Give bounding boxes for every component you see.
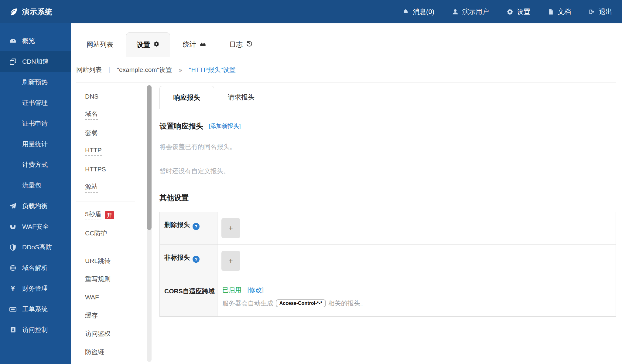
tab-site-list[interactable]: 网站列表	[76, 32, 124, 57]
row-label-cell: 非标报头?	[160, 245, 217, 277]
breadcrumb-separator: |	[108, 66, 110, 73]
sidebar-item-dns-resolve[interactable]: 域名解析	[0, 258, 71, 278]
headers-panel: 响应报头 请求报头 设置响应报头 [添加新报头] 将会覆盖已有的同名报头。 暂时…	[152, 83, 616, 364]
sidebar-item-refresh-prewarm[interactable]: 刷新预热	[0, 72, 71, 93]
tab-logs[interactable]: 日志	[219, 32, 263, 57]
tab-statistics[interactable]: 统计	[173, 32, 217, 57]
subnav-scrollbar-track[interactable]	[147, 85, 152, 362]
settings-subnav: DNS 域名 套餐 HTTP HTTPS 源站 5秒盾 开 CC防护 URL跳转…	[76, 83, 152, 364]
subnav-scrollbar-thumb[interactable]	[147, 85, 152, 230]
breadcrumb-site-list[interactable]: 网站列表	[76, 66, 102, 74]
subnav-divider	[76, 201, 135, 201]
other-settings-title: 其他设置	[159, 193, 616, 203]
leaf-icon	[9, 8, 18, 16]
empty-note: 暂时还没有自定义报头。	[159, 167, 616, 175]
docs-menu-item[interactable]: 文档	[548, 7, 571, 16]
sidebar-item-usage-stats[interactable]: 用量统计	[0, 134, 71, 154]
shield-on-badge: 开	[105, 211, 114, 219]
topbar-menu: 消息(0) 演示用户 设置 文档 退出	[402, 7, 622, 16]
content-row: DNS 域名 套餐 HTTP HTTPS 源站 5秒盾 开 CC防护 URL跳转…	[71, 83, 622, 364]
bell-icon	[402, 8, 409, 15]
tachometer-icon	[9, 37, 17, 45]
breadcrumb-http-headers[interactable]: "HTTP报头"设置	[189, 66, 236, 74]
section-title: 设置响应报头	[159, 121, 203, 131]
breadcrumb-separator: »	[179, 66, 182, 73]
row-value-cell: +	[217, 212, 616, 245]
subnav-item-cc-protect[interactable]: CC防护	[76, 224, 152, 242]
yen-icon: ¥	[9, 284, 17, 293]
sign-out-icon	[589, 8, 595, 15]
cors-description: 服务器会自动生成 Access-Control-*-* 相关的报头。	[222, 299, 616, 308]
table-row-cors: CORS自适应跨域 已启用 [修改] 服务器会自动生成 Access-Contr…	[160, 277, 616, 317]
clone-icon	[9, 58, 17, 66]
tab-settings[interactable]: 设置	[126, 32, 170, 57]
table-row-remove-headers: 删除报头? +	[160, 212, 616, 245]
shield-icon	[9, 244, 17, 251]
subnav-item-cache[interactable]: 缓存	[76, 306, 152, 325]
main-area: 网站列表 设置 统计 日志 网站列表 | "example.com"设置 » "…	[71, 23, 622, 364]
messages-label: 消息(0)	[413, 7, 434, 16]
brand-title: 演示系统	[22, 7, 53, 17]
globe-icon	[9, 265, 17, 271]
logout-menu-item[interactable]: 退出	[589, 7, 612, 16]
history-icon	[246, 40, 253, 49]
sidebar-item-ddos[interactable]: DDoS高防	[0, 237, 71, 258]
cors-edit-link[interactable]: [修改]	[248, 286, 264, 293]
sidebar-item-load-balance[interactable]: 负载均衡	[0, 196, 71, 216]
subnav-item-domain[interactable]: 域名	[76, 106, 152, 124]
add-remove-header-button[interactable]: +	[221, 218, 240, 238]
sidebar-item-cdn[interactable]: CDN加速	[0, 51, 71, 72]
gear-icon	[153, 41, 159, 49]
add-nonstandard-header-button[interactable]: +	[221, 251, 240, 271]
subnav-item-origin[interactable]: 源站	[76, 178, 152, 197]
sidebar-item-overview[interactable]: 概览	[0, 31, 71, 51]
overwrite-note: 将会覆盖已有的同名报头。	[159, 143, 616, 151]
tab-request-headers[interactable]: 请求报头	[214, 86, 268, 109]
sidebar-item-billing-mode[interactable]: 计费方式	[0, 154, 71, 175]
sidebar: 概览 CDN加速 刷新预热 证书管理 证书申请 用量统计 计费方式 流量包 负载…	[0, 23, 71, 364]
help-question-icon[interactable]: ?	[193, 256, 200, 263]
response-headers-section-head: 设置响应报头 [添加新报头]	[159, 121, 616, 131]
subnav-item-plan[interactable]: 套餐	[76, 124, 152, 142]
row-value-cell: +	[217, 245, 616, 277]
sidebar-item-cert-apply[interactable]: 证书申请	[0, 113, 71, 134]
user-icon	[452, 8, 459, 15]
sidebar-item-label: CDN加速	[22, 57, 49, 66]
subnav-item-hotlink[interactable]: 防盗链	[76, 343, 152, 361]
ticket-icon	[9, 305, 17, 313]
subnav-item-url-redirect[interactable]: URL跳转	[76, 252, 152, 270]
headers-tabbar: 响应报头 请求报头	[159, 86, 616, 109]
subnav-item-https[interactable]: HTTPS	[76, 160, 152, 178]
sidebar-item-access-control[interactable]: 访问控制	[0, 319, 71, 340]
table-row-nonstandard-headers: 非标报头? +	[160, 245, 616, 277]
app-brand[interactable]: 演示系统	[0, 7, 53, 17]
messages-menu-item[interactable]: 消息(0)	[402, 7, 434, 16]
sidebar-item-tickets[interactable]: 工单系统	[0, 299, 71, 319]
sidebar-item-waf-security[interactable]: WAF安全	[0, 216, 71, 237]
row-label-cell: 删除报头?	[160, 212, 217, 245]
subnav-item-dns[interactable]: DNS	[76, 87, 152, 106]
breadcrumb: 网站列表 | "example.com"设置 » "HTTP报头"设置	[76, 57, 616, 83]
subnav-item-access-auth[interactable]: 访问鉴权	[76, 325, 152, 343]
topbar: 演示系统 消息(0) 演示用户 设置 文档	[0, 0, 622, 23]
sidebar-item-label: 概览	[22, 37, 35, 45]
subnav-item-rewrite-rules[interactable]: 重写规则	[76, 270, 152, 288]
subnav-item-waf[interactable]: WAF	[76, 288, 152, 306]
row-label-cell: CORS自适应跨域	[160, 277, 217, 317]
sidebar-item-cert-manage[interactable]: 证书管理	[0, 93, 71, 113]
sidebar-item-finance[interactable]: ¥ 财务管理	[0, 278, 71, 299]
user-menu-item[interactable]: 演示用户	[452, 7, 489, 16]
document-icon	[548, 8, 554, 15]
subnav-item-5s-shield[interactable]: 5秒盾 开	[76, 206, 152, 224]
gear-icon	[507, 8, 513, 15]
help-question-icon[interactable]: ?	[193, 223, 200, 230]
add-new-header-link[interactable]: [添加新报头]	[209, 122, 241, 130]
breadcrumb-site-settings[interactable]: "example.com"设置	[117, 66, 172, 74]
settings-menu-item[interactable]: 设置	[507, 7, 530, 16]
access-control-code: Access-Control-*-*	[276, 299, 326, 307]
id-card-icon	[9, 326, 17, 333]
subnav-item-http[interactable]: HTTP	[76, 142, 152, 160]
tab-response-headers[interactable]: 响应报头	[159, 86, 214, 109]
sidebar-item-traffic-pack[interactable]: 流量包	[0, 175, 71, 196]
cors-status-line: 已启用 [修改]	[222, 286, 616, 294]
